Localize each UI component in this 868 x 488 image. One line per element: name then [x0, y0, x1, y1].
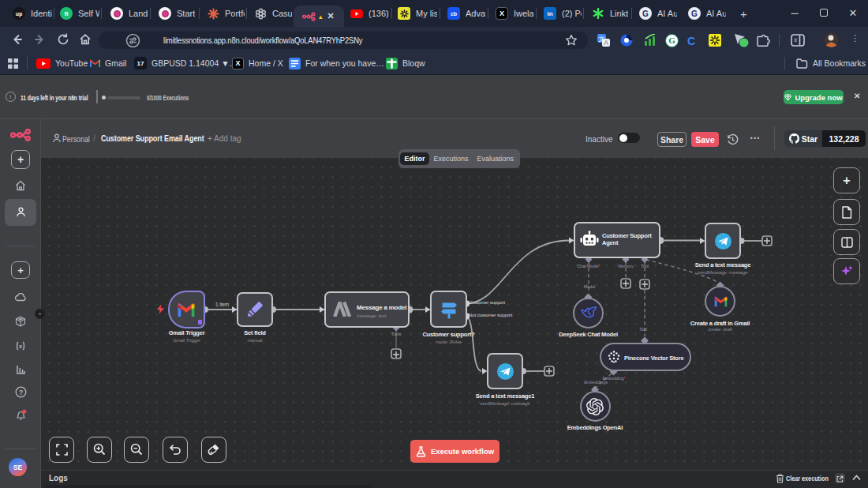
svg-text:x: x [19, 343, 23, 350]
svg-text:?: ? [19, 389, 23, 396]
svg-text:A: A [604, 39, 608, 47]
svg-text:G: G [668, 36, 675, 45]
